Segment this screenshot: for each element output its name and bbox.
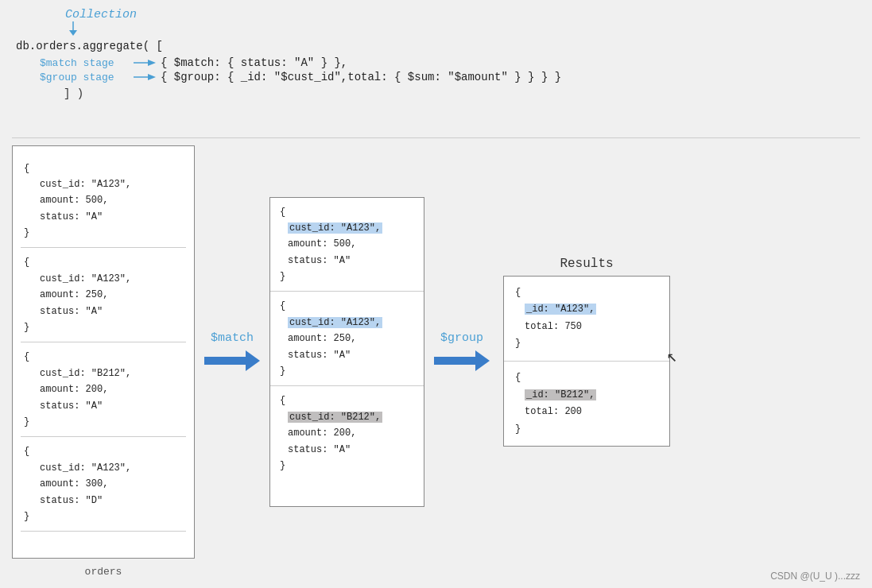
mr3-open: { xyxy=(280,393,414,408)
result-record-2: { _id: "B212", total: 200 } xyxy=(504,362,669,446)
mr2-cust-highlight: cust_id: "A123", xyxy=(288,317,382,328)
match-record-1: { cust_id: "A123", amount: 500, status: … xyxy=(270,198,424,292)
aggregate-line: db.orders.aggregate( [ xyxy=(16,37,561,55)
group-stage-row: $group stage { $group: { _id: "$cust_id"… xyxy=(16,71,561,83)
mr3-close: } xyxy=(280,458,414,474)
doc3-open: { xyxy=(24,349,183,365)
svg-marker-1 xyxy=(69,30,77,36)
mr1-cust-highlight: cust_id: "A123", xyxy=(288,222,382,234)
match-record-3: { cust_id: "B212", amount: 200, status: … xyxy=(270,386,424,480)
doc2-cust: cust_id: "A123", xyxy=(40,271,183,287)
match-arrow-block: $match xyxy=(204,331,260,373)
doc2-close: } xyxy=(24,319,183,335)
doc1-cust: cust_id: "A123", xyxy=(40,176,183,192)
results-container: Results { _id: "A123", total: 750 } { _i… xyxy=(503,257,670,447)
group-arrow-icon xyxy=(134,72,157,83)
doc-record-1: { cust_id: "A123", amount: 500, status: … xyxy=(21,154,186,249)
svg-marker-5 xyxy=(148,74,156,80)
mr3-amount: amount: 200, xyxy=(288,425,414,441)
results-title: Results xyxy=(503,257,670,271)
main-container: Collection db.orders.aggregate( [ $match… xyxy=(0,0,872,588)
mr1-status: status: "A" xyxy=(288,253,414,269)
mr2-amount: amount: 250, xyxy=(288,331,414,346)
svg-marker-3 xyxy=(148,60,156,66)
rr2-id: _id: "B212", xyxy=(525,387,658,404)
doc4-close: } xyxy=(24,509,183,524)
results-box: { _id: "A123", total: 750 } { _id: "B212… xyxy=(503,276,670,447)
match-stage-code: { $match: { status: "A" } }, xyxy=(161,56,347,69)
doc3-close: } xyxy=(24,414,183,430)
doc2-status: status: "A" xyxy=(40,304,183,319)
rr2-close: } xyxy=(515,421,658,439)
mr2-close: } xyxy=(280,363,414,379)
close-bracket: ] ) xyxy=(64,85,561,103)
mr3-cust: cust_id: "B212", xyxy=(288,409,414,425)
match-record-2: { cust_id: "A123", amount: 250, status: … xyxy=(270,292,424,386)
collection-name: orders xyxy=(85,566,122,578)
doc3-amount: amount: 200, xyxy=(40,381,183,397)
group-big-arrow xyxy=(434,349,490,373)
mr1-amount: amount: 500, xyxy=(288,236,414,252)
match-box: { cust_id: "A123", amount: 500, status: … xyxy=(269,197,424,507)
doc4-status: status: "D" xyxy=(40,493,183,509)
doc2-open: { xyxy=(24,254,183,270)
diagram-section: { cust_id: "A123", amount: 500, status: … xyxy=(12,139,860,564)
doc3-cust: cust_id: "B212", xyxy=(40,366,183,381)
mr2-status: status: "A" xyxy=(288,347,414,363)
group-arrow-label: $group xyxy=(440,331,483,345)
doc2-amount: amount: 250, xyxy=(40,287,183,303)
match-arrow-icon xyxy=(134,57,157,68)
doc-record-2: { cust_id: "A123", amount: 250, status: … xyxy=(21,248,186,342)
group-stage-code: { $group: { _id: "$cust_id",total: { $su… xyxy=(161,71,561,83)
group-stage-label: $group stage xyxy=(40,72,134,83)
doc3-status: status: "A" xyxy=(40,398,183,414)
mr1-cust: cust_id: "A123", xyxy=(288,220,414,236)
close-bracket-text: ] ) xyxy=(64,87,83,100)
code-section: Collection db.orders.aggregate( [ $match… xyxy=(16,8,561,103)
doc4-open: { xyxy=(24,443,183,459)
result-record-1: { _id: "A123", total: 750 } xyxy=(504,277,669,362)
rr2-open: { xyxy=(515,369,658,387)
collection-label: Collection xyxy=(65,8,137,21)
collection-box: { cust_id: "A123", amount: 500, status: … xyxy=(12,145,195,559)
doc4-amount: amount: 300, xyxy=(40,476,183,492)
mr1-close: } xyxy=(280,269,414,284)
doc1-amount: amount: 500, xyxy=(40,192,183,208)
match-stage-row: $match stage { $match: { status: "A" } }… xyxy=(16,56,561,69)
rr1-id: _id: "A123", xyxy=(525,301,658,319)
aggregate-code: db.orders.aggregate( [ xyxy=(16,40,163,52)
rr1-id-highlight: _id: "A123", xyxy=(525,304,596,315)
rr1-total: total: 750 xyxy=(525,319,658,336)
match-big-arrow xyxy=(204,349,260,373)
doc4-cust: cust_id: "A123", xyxy=(40,460,183,476)
rr1-close: } xyxy=(515,335,658,353)
mr3-cust-highlight: cust_id: "B212", xyxy=(288,412,382,423)
doc-record-3: { cust_id: "B212", amount: 200, status: … xyxy=(21,342,186,437)
doc1-close: } xyxy=(24,225,183,241)
match-stage-label: $match stage xyxy=(40,57,134,69)
divider xyxy=(12,137,860,138)
rr2-id-highlight: _id: "B212", xyxy=(525,389,596,400)
doc-record-4: { cust_id: "A123", amount: 300, status: … xyxy=(21,437,186,532)
collection-down-arrow xyxy=(65,21,81,37)
doc1-open: { xyxy=(24,161,183,176)
match-arrow-label: $match xyxy=(211,331,254,345)
mr2-cust: cust_id: "A123", xyxy=(288,315,414,331)
mr1-open: { xyxy=(280,204,414,220)
doc1-status: status: "A" xyxy=(40,209,183,225)
watermark: CSDN @(U_U )...zzz xyxy=(770,571,860,582)
rr2-total: total: 200 xyxy=(525,404,658,421)
rr1-open: { xyxy=(515,284,658,302)
group-arrow-block: $group xyxy=(434,331,490,373)
mr2-open: { xyxy=(280,298,414,314)
mr3-status: status: "A" xyxy=(288,442,414,458)
